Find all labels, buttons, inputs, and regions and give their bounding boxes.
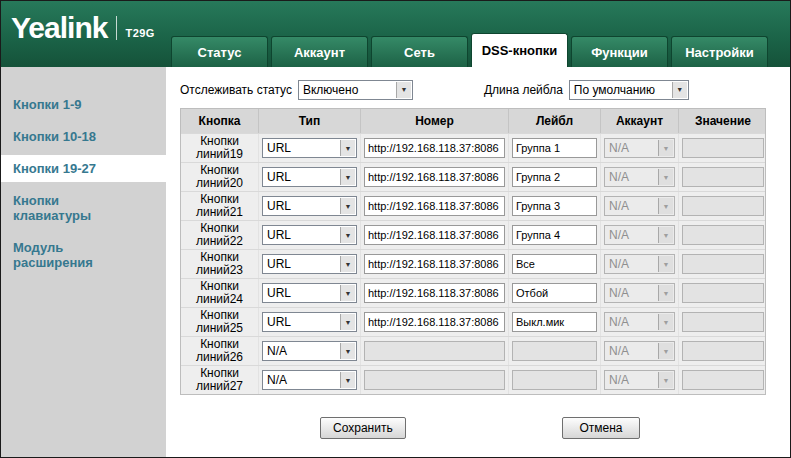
type-select[interactable]: N/A ▼ [262, 341, 357, 361]
label-input[interactable] [512, 225, 597, 245]
column-header-type: Тип [259, 109, 361, 133]
label-input[interactable] [512, 138, 597, 158]
number-input[interactable] [364, 254, 505, 274]
dss-key-name: Кнопки линий23 [181, 250, 259, 278]
dropdown-arrow-icon: ▼ [672, 82, 687, 98]
number-input[interactable] [364, 138, 505, 158]
type-select[interactable]: URL ▼ [262, 138, 357, 158]
type-select-value: URL [267, 199, 291, 213]
type-select[interactable]: URL ▼ [262, 283, 357, 303]
account-select-value: N/A [609, 170, 629, 184]
label-input[interactable] [512, 196, 597, 216]
sidebar-item-label: Кнопки 19-27 [13, 161, 118, 176]
dropdown-arrow-icon: ▼ [340, 343, 355, 359]
tab-status[interactable]: Статус [171, 36, 268, 67]
dropdown-arrow-icon: ▼ [340, 227, 355, 243]
dropdown-arrow-icon: ▼ [658, 140, 673, 156]
dropdown-arrow-icon: ▼ [658, 198, 673, 214]
dropdown-arrow-icon: ▼ [340, 314, 355, 330]
monitor-status-select[interactable]: Включено ▼ [298, 80, 413, 100]
monitor-status-select-value: Включено [303, 83, 358, 97]
number-input [364, 341, 505, 361]
sidebar-item-keys-1-9[interactable]: Кнопки 1-9 [1, 91, 166, 118]
tab-features[interactable]: Функции [571, 36, 668, 67]
value-input [682, 225, 764, 245]
type-select-value: N/A [267, 373, 287, 387]
type-select-value: URL [267, 170, 291, 184]
account-select: N/A ▼ [604, 138, 675, 158]
sidebar-item-keypad-keys[interactable]: Кнопки клавиатуры [1, 187, 166, 229]
yealink-logo: Yealink [11, 13, 107, 43]
dropdown-arrow-icon: ▼ [340, 140, 355, 156]
type-select[interactable]: URL ▼ [262, 167, 357, 187]
account-select-value: N/A [609, 286, 629, 300]
value-input [682, 196, 764, 216]
type-select[interactable]: URL ▼ [262, 254, 357, 274]
value-input [682, 312, 764, 332]
sidebar: Кнопки 1-9 Кнопки 10-18 Кнопки 19-27 Кно… [1, 67, 166, 457]
number-input[interactable] [364, 283, 505, 303]
label-input[interactable] [512, 254, 597, 274]
number-input[interactable] [364, 225, 505, 245]
table-rows: Кнопки линий19 URL ▼ N/A ▼ Кнопки линий2… [181, 133, 765, 394]
type-select-value: URL [267, 228, 291, 242]
label-length-select-value: По умолчанию [574, 83, 655, 97]
number-input[interactable] [364, 196, 505, 216]
dss-key-name: Кнопки линий21 [181, 192, 259, 220]
dss-key-name: Кнопки линий27 [181, 366, 259, 394]
header: Yealink T29G Статус Аккаунт Сеть DSS-кно… [1, 1, 790, 67]
value-input [682, 254, 764, 274]
sidebar-item-expansion-module[interactable]: Модуль расширения [1, 234, 166, 276]
dss-key-name: Кнопки линий22 [181, 221, 259, 249]
label-input[interactable] [512, 312, 597, 332]
save-button[interactable]: Сохранить [320, 417, 406, 439]
tab-settings[interactable]: Настройки [671, 36, 768, 67]
tab-dss-keys[interactable]: DSS-кнопки [471, 33, 568, 67]
dropdown-arrow-icon: ▼ [340, 285, 355, 301]
dropdown-arrow-icon: ▼ [658, 343, 673, 359]
type-select[interactable]: N/A ▼ [262, 370, 357, 390]
label-input[interactable] [512, 283, 597, 303]
account-select: N/A ▼ [604, 167, 675, 187]
type-select[interactable]: URL ▼ [262, 312, 357, 332]
sidebar-item-label: Модуль расширения [13, 240, 118, 270]
nav-tabs: Статус Аккаунт Сеть DSS-кнопки Функции Н… [171, 33, 768, 67]
label-length-select[interactable]: По умолчанию ▼ [569, 80, 689, 100]
account-select: N/A ▼ [604, 370, 675, 390]
table-row: Кнопки линий22 URL ▼ N/A ▼ [181, 220, 765, 249]
number-input[interactable] [364, 167, 505, 187]
dropdown-arrow-icon: ▼ [658, 285, 673, 301]
number-input[interactable] [364, 312, 505, 332]
label-input[interactable] [512, 167, 597, 187]
dropdown-arrow-icon: ▼ [658, 314, 673, 330]
column-header-account: Аккаунт [601, 109, 679, 133]
column-header-key: Кнопка [181, 109, 259, 133]
label-input [512, 370, 597, 390]
type-select-value: URL [267, 257, 291, 271]
type-select[interactable]: URL ▼ [262, 225, 357, 245]
dropdown-arrow-icon: ▼ [340, 198, 355, 214]
type-select-value: URL [267, 141, 291, 155]
yealink-admin-page: Yealink T29G Статус Аккаунт Сеть DSS-кно… [0, 0, 791, 458]
account-select: N/A ▼ [604, 225, 675, 245]
model-label: T29G [125, 27, 155, 39]
account-select: N/A ▼ [604, 312, 675, 332]
column-header-value: Значение [679, 109, 767, 133]
dropdown-arrow-icon: ▼ [340, 256, 355, 272]
dss-key-name: Кнопки линий24 [181, 279, 259, 307]
sidebar-item-keys-19-27[interactable]: Кнопки 19-27 [1, 155, 166, 182]
account-select: N/A ▼ [604, 254, 675, 274]
body-area: Кнопки 1-9 Кнопки 10-18 Кнопки 19-27 Кно… [1, 67, 790, 457]
sidebar-item-keys-10-18[interactable]: Кнопки 10-18 [1, 123, 166, 150]
dropdown-arrow-icon: ▼ [658, 372, 673, 388]
tab-account[interactable]: Аккаунт [271, 36, 368, 67]
cancel-button[interactable]: Отмена [562, 417, 640, 439]
type-select-value: URL [267, 315, 291, 329]
dropdown-arrow-icon: ▼ [658, 227, 673, 243]
table-row: Кнопки линий23 URL ▼ N/A ▼ [181, 249, 765, 278]
type-select[interactable]: URL ▼ [262, 196, 357, 216]
label-input [512, 341, 597, 361]
tab-network[interactable]: Сеть [371, 36, 468, 67]
table-row: Кнопки линий25 URL ▼ N/A ▼ [181, 307, 765, 336]
dss-key-name: Кнопки линий26 [181, 337, 259, 365]
